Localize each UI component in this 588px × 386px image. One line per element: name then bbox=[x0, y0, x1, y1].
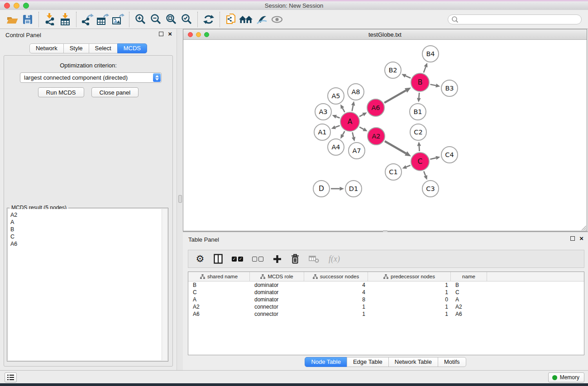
function-icon: f(x) bbox=[329, 254, 340, 264]
table-cell: dominator bbox=[250, 281, 304, 289]
column-header-shared-name[interactable]: shared name bbox=[188, 272, 250, 281]
export-table-button[interactable] bbox=[95, 12, 110, 27]
table-cell: A2 bbox=[451, 303, 487, 310]
show-tasks-button[interactable] bbox=[5, 372, 17, 382]
table-row[interactable]: A2connector11A2 bbox=[188, 303, 584, 310]
column-header-name[interactable]: name bbox=[451, 272, 487, 281]
zoom-in-button[interactable] bbox=[133, 12, 148, 27]
arrowhead-icon bbox=[351, 101, 355, 106]
result-item[interactable]: A bbox=[8, 219, 167, 226]
network-canvas[interactable]: AA1A2A3A4A5A6A7A8BB1B2B3B4CC1C2C3C4DD1 bbox=[183, 40, 587, 231]
table-cell: 1 bbox=[368, 289, 451, 296]
first-neighbors-icon bbox=[239, 14, 254, 25]
zoom-out-button[interactable] bbox=[148, 12, 163, 27]
status-bar: Memory bbox=[0, 370, 588, 383]
tab-select[interactable]: Select bbox=[89, 43, 118, 53]
memory-button[interactable]: Memory bbox=[548, 372, 584, 382]
node-label-A: A bbox=[348, 118, 353, 126]
float-panel-icon[interactable] bbox=[159, 32, 163, 36]
tab-mcds[interactable]: MCDS bbox=[117, 43, 147, 53]
edge-B-B4[interactable] bbox=[424, 67, 426, 73]
criterion-select[interactable]: largest connected component (directed) bbox=[20, 72, 162, 83]
control-panel-title: Control Panel bbox=[5, 32, 41, 38]
edge-A-A7[interactable] bbox=[352, 132, 354, 137]
delete-column-button[interactable] bbox=[291, 253, 300, 264]
table-row[interactable]: Bdominator41B bbox=[188, 281, 584, 289]
resize-grip-icon[interactable] bbox=[580, 224, 586, 230]
add-column-button[interactable] bbox=[272, 253, 282, 264]
delete-table-button[interactable] bbox=[309, 253, 320, 264]
show-columns-button[interactable] bbox=[214, 253, 223, 264]
edge-B-B2[interactable] bbox=[406, 76, 411, 78]
edge-C-C1[interactable] bbox=[406, 165, 410, 167]
apply-layout-button[interactable] bbox=[201, 12, 216, 27]
tab-node-table[interactable]: Node Table bbox=[305, 357, 347, 367]
import-network-button[interactable] bbox=[42, 12, 57, 27]
select-all-button[interactable]: ✓ ✓ bbox=[232, 253, 243, 264]
save-session-button[interactable] bbox=[20, 12, 35, 27]
deselect-all-button[interactable] bbox=[252, 253, 263, 264]
edge-A-A4[interactable] bbox=[343, 131, 345, 135]
search-input[interactable] bbox=[459, 16, 581, 23]
edge-A-A5[interactable] bbox=[343, 108, 345, 112]
table-cell: 1 bbox=[368, 303, 451, 310]
arrowhead-icon bbox=[340, 187, 344, 191]
toolbar-separator bbox=[197, 12, 198, 27]
result-item[interactable]: C bbox=[8, 233, 167, 240]
edge-C-C2[interactable] bbox=[419, 146, 420, 151]
function-builder-button[interactable]: f(x) bbox=[329, 253, 340, 264]
export-image-button[interactable] bbox=[110, 12, 126, 27]
zoom-selected-button[interactable] bbox=[179, 12, 194, 27]
result-item[interactable]: A6 bbox=[8, 240, 167, 248]
tab-motifs[interactable]: Motifs bbox=[438, 357, 466, 367]
close-table-panel-icon[interactable]: × bbox=[579, 236, 583, 241]
mcds-result-box: MCDS result (5 nodes) A2ABCA6 bbox=[7, 208, 168, 362]
edge-C-C4[interactable] bbox=[430, 158, 436, 159]
edge-A-A2[interactable] bbox=[359, 127, 363, 129]
result-item[interactable]: B bbox=[8, 226, 167, 233]
table-row[interactable]: Cdominator41C bbox=[188, 289, 584, 296]
control-panel-tabs: NetworkStyleSelectMCDS bbox=[0, 43, 177, 53]
edge-A6-B[interactable] bbox=[384, 91, 406, 103]
column-settings-button[interactable]: ⚙ bbox=[196, 253, 205, 264]
vertical-splitter-grip[interactable] bbox=[178, 195, 182, 203]
tab-style[interactable]: Style bbox=[63, 43, 89, 53]
edge-A-A1[interactable] bbox=[335, 125, 340, 127]
result-scrollbar[interactable] bbox=[162, 209, 167, 360]
export-network-button[interactable] bbox=[80, 12, 95, 27]
import-table-button[interactable] bbox=[57, 12, 73, 27]
run-mcds-button[interactable]: Run MCDS bbox=[38, 87, 84, 97]
edge-B-B1[interactable] bbox=[419, 93, 419, 98]
column-header-successor-nodes[interactable]: successor nodes bbox=[304, 272, 368, 281]
edge-C-C3[interactable] bbox=[424, 171, 425, 176]
tab-edge-table[interactable]: Edge Table bbox=[347, 357, 389, 367]
edge-A-A6[interactable] bbox=[359, 114, 363, 116]
table-toolbar: ⚙ ✓ ✓ bbox=[188, 250, 584, 268]
apply-layout-icon bbox=[203, 14, 215, 25]
open-file-button[interactable] bbox=[5, 12, 20, 27]
hide-graphics-details-button[interactable] bbox=[269, 12, 285, 27]
new-network-button[interactable] bbox=[223, 12, 239, 27]
edge-B-B3[interactable] bbox=[430, 85, 436, 86]
table-panel: Table Panel × ⚙ ✓ ✓ bbox=[183, 232, 588, 370]
edge-A-A8[interactable] bbox=[352, 105, 353, 111]
plus-icon bbox=[273, 255, 282, 263]
zoom-fit-button[interactable] bbox=[163, 12, 179, 27]
close-panel-button[interactable]: Close panel bbox=[91, 87, 139, 97]
column-header-predecessor-nodes[interactable]: predecessor nodes bbox=[368, 272, 451, 281]
column-header-MCDS-role[interactable]: MCDS role bbox=[250, 272, 304, 281]
show-graphics-details-button[interactable] bbox=[254, 12, 269, 27]
close-panel-icon[interactable]: × bbox=[168, 31, 172, 37]
edge-A2-C[interactable] bbox=[385, 141, 406, 153]
table-row[interactable]: A6connector11A6 bbox=[188, 310, 584, 318]
float-table-panel-icon[interactable] bbox=[570, 236, 575, 241]
new-network-icon bbox=[225, 13, 237, 25]
search-field[interactable] bbox=[448, 14, 582, 24]
result-item[interactable]: A2 bbox=[8, 211, 167, 219]
tab-network-table[interactable]: Network Table bbox=[388, 357, 438, 367]
column-header-label: shared name bbox=[207, 274, 238, 279]
tab-network[interactable]: Network bbox=[29, 43, 64, 53]
first-neighbors-button[interactable] bbox=[239, 12, 254, 27]
edge-A-A3[interactable] bbox=[336, 117, 340, 118]
table-row[interactable]: Adominator80A bbox=[188, 296, 584, 303]
